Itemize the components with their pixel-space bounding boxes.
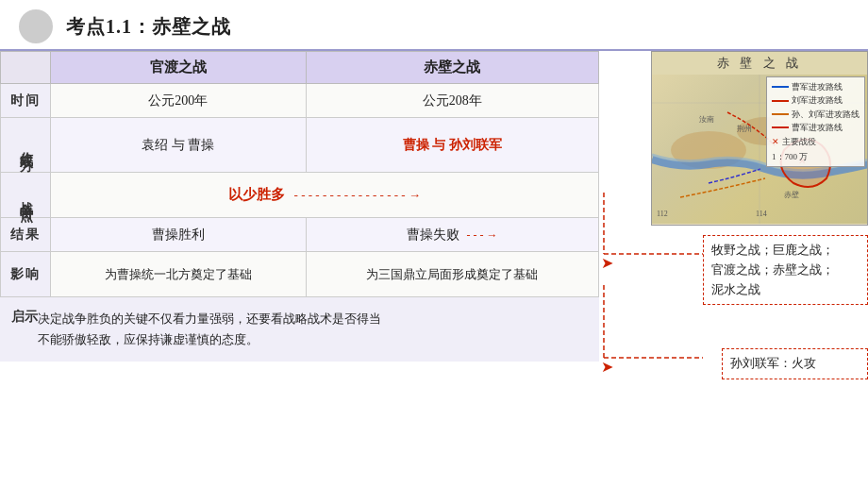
lower-label: 启示 — [11, 309, 38, 326]
table-header-row: 官渡之战 赤壁之战 — [1, 52, 599, 84]
table-row: 作战双方 袁绍 与 曹操 曹操 与 孙刘联军 — [1, 118, 599, 173]
cell-chibi-influence: 为三国鼎立局面形成奠定了基础 — [306, 252, 598, 297]
svg-text:112: 112 — [657, 210, 668, 218]
cell-chibi-time: 公元208年 — [306, 84, 598, 118]
lower-section: 启示 决定战争胜负的关键不仅看力量强弱，还要看战略战术是否得当 不能骄傲轻敌，应… — [0, 297, 599, 362]
cell-guandu-combatants: 袁绍 与 曹操 — [51, 118, 307, 173]
cell-chibi-combatants: 曹操 与 孙刘联军 — [306, 118, 598, 173]
comparison-table: 官渡之战 赤壁之战 时间 公元200年 公元208年 作战双方 袁绍 与 曹操 … — [0, 51, 599, 297]
map-title: 赤 壁 之 战 — [652, 52, 867, 75]
annotation-arrow-fire: ➤ — [601, 358, 613, 376]
legend-item-2: 刘军进攻路线 — [772, 93, 860, 107]
annotation-battles-line1: 牧野之战；巨鹿之战； — [711, 241, 860, 261]
legend-item-1: 曹军进攻路线 — [772, 80, 860, 93]
row-label-combatants: 作战双方 — [1, 118, 51, 173]
table-row: 影响 为曹操统一北方奠定了基础 为三国鼎立局面形成奠定了基础 — [1, 252, 599, 297]
cell-guandu-time: 公元200年 — [51, 84, 307, 118]
col2-header: 赤壁之战 — [306, 52, 598, 84]
cell-feature-shared: 以少胜多 - - - - - - - - - - - - - - - - → — [51, 173, 599, 218]
content-wrapper: 官渡之战 赤壁之战 时间 公元200年 公元208年 作战双方 袁绍 与 曹操 … — [0, 51, 868, 362]
table-row: 结果 曹操胜利 曹操失败 - - - → — [1, 218, 599, 252]
annotation-box-battles: 牧野之战；巨鹿之战； 官渡之战；赤壁之战； 泥水之战 — [703, 235, 868, 305]
right-column: 赤 壁 之 战 ✕ 荆州 — [599, 51, 868, 362]
svg-text:赤壁: 赤壁 — [784, 191, 799, 199]
table-row: 战争特点 以少胜多 - - - - - - - - - - - - - - - … — [1, 173, 599, 218]
lower-text-line1: 决定战争胜负的关键不仅看力量强弱，还要看战略战术是否得当 — [38, 309, 381, 329]
legend-item-4: 曹军进攻路线 — [772, 121, 860, 134]
annotation-box-fire: 孙刘联军：火攻 — [722, 348, 868, 379]
legend-item-3: 孙、刘军进攻路线 — [772, 108, 860, 121]
header-circle-decoration — [19, 9, 53, 43]
lower-text: 决定战争胜负的关键不仅看力量强弱，还要看战略战术是否得当 不能骄傲轻敌，应保持谦… — [38, 309, 381, 350]
feature-dash-right: - - - - - - - - - - - - - - - - → — [294, 188, 421, 202]
annotation-battles-line2: 官渡之战；赤壁之战； — [711, 261, 860, 280]
svg-text:汝南: 汝南 — [699, 115, 714, 124]
cell-chibi-result: 曹操失败 - - - → — [306, 218, 598, 252]
lower-qishi-row: 启示 决定战争胜负的关键不仅看力量强弱，还要看战略战术是否得当 不能骄傲轻敌，应… — [11, 303, 588, 356]
lower-text-line2: 不能骄傲轻敌，应保持谦虚谨慎的态度。 — [38, 329, 381, 350]
legend-item-5: ✕ 主要战役 — [772, 135, 860, 148]
feature-text: 以少胜多 — [228, 187, 285, 202]
row-label-result: 结果 — [1, 218, 51, 252]
map-scale: 1：700 万 — [772, 150, 860, 163]
map-body: ✕ 荆州 赤壁 汝南 112 114 曹军进攻路线 — [652, 75, 867, 224]
row-label-time: 时间 — [1, 84, 51, 118]
map-container: 赤 壁 之 战 ✕ 荆州 — [651, 51, 868, 226]
cell-guandu-influence: 为曹操统一北方奠定了基础 — [51, 252, 307, 297]
result-dash: - - - → — [467, 228, 498, 242]
table-row: 时间 公元200年 公元208年 — [1, 84, 599, 118]
left-column: 官渡之战 赤壁之战 时间 公元200年 公元208年 作战双方 袁绍 与 曹操 … — [0, 51, 599, 362]
row-label-influence: 影响 — [1, 252, 51, 297]
cell-guandu-result: 曹操胜利 — [51, 218, 307, 252]
annotation-battles-line3: 泥水之战 — [711, 280, 860, 300]
page-title: 考点1.1：赤壁之战 — [66, 14, 231, 40]
row-label-feature: 战争特点 — [1, 173, 51, 218]
annotation-fire-text: 孙刘联军：火攻 — [730, 354, 860, 374]
svg-text:114: 114 — [756, 210, 767, 218]
svg-text:荆州: 荆州 — [737, 125, 752, 133]
col1-header: 官渡之战 — [51, 52, 307, 84]
header: 考点1.1：赤壁之战 — [0, 0, 868, 51]
map-legend: 曹军进攻路线 刘军进攻路线 孙、刘军进攻路线 曹军进攻路线 — [766, 76, 865, 167]
annotation-arrow-battles: ➤ — [601, 254, 613, 272]
